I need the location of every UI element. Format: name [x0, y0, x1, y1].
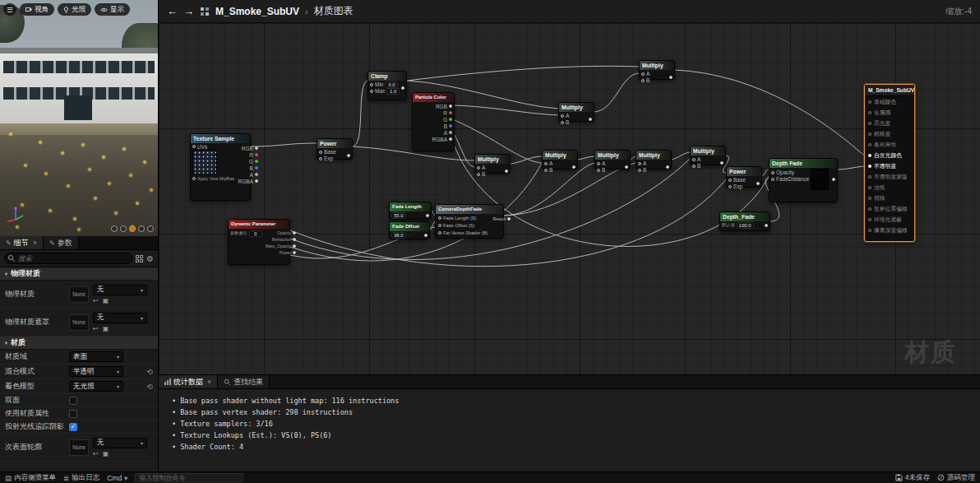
- input-pin[interactable]: [868, 175, 871, 179]
- output-pin-rgba[interactable]: [255, 179, 258, 183]
- input-pin-b[interactable]: [641, 79, 645, 82]
- input-pin-uvs[interactable]: [192, 145, 196, 148]
- reset-to-default-icon[interactable]: ⟲: [146, 368, 153, 376]
- graph-node-texture-sample[interactable]: Texture Sample UVs Apply View MipBias RG…: [190, 133, 251, 201]
- input-pin[interactable]: [868, 207, 871, 211]
- output-pin-g[interactable]: [449, 118, 452, 121]
- preview-shape-plane[interactable]: [129, 225, 136, 232]
- input-pin-b[interactable]: [561, 121, 564, 124]
- result-input-ambient-occlusion[interactable]: 环境光遮蔽: [865, 214, 914, 225]
- console-command-input[interactable]: [135, 473, 243, 482]
- viewport-lit-button[interactable]: 光照: [58, 3, 91, 16]
- wire[interactable]: [672, 152, 690, 160]
- input-pin[interactable]: [868, 218, 871, 221]
- default-value[interactable]: 100.0: [737, 222, 754, 229]
- output-pin[interactable]: [424, 234, 428, 237]
- breadcrumb-asset-name[interactable]: M_Smoke_SubUV: [215, 6, 299, 17]
- cmd-dropdown[interactable]: Cmd ▾: [107, 474, 127, 482]
- asset-thumbnail[interactable]: None: [69, 314, 89, 331]
- graph-node-multiply-4[interactable]: Multiply AB: [542, 150, 578, 170]
- graph-node-power-1[interactable]: Power Base Exp: [317, 138, 353, 160]
- input-pin-b[interactable]: [638, 169, 641, 172]
- result-input-metallic[interactable]: 金属感: [865, 107, 914, 118]
- input-pin-b[interactable]: [544, 169, 548, 172]
- graph-node-camera-depth-fade[interactable]: CameraDepthFade Fade Length (S) Far Vert…: [435, 204, 504, 239]
- section-physical-material[interactable]: ▾ 物理材质: [0, 267, 158, 281]
- blend-mode-dropdown[interactable]: 半透明▾: [69, 366, 123, 377]
- viewport-menu-button[interactable]: ☰: [3, 3, 16, 16]
- result-input-emissive-color[interactable]: 自发光颜色: [865, 150, 914, 160]
- input-pin[interactable]: [868, 111, 871, 114]
- output-pin-g[interactable]: [255, 160, 258, 163]
- wire[interactable]: [353, 81, 368, 146]
- input-pin-max[interactable]: [370, 90, 373, 93]
- wire[interactable]: [675, 70, 864, 156]
- output-pin-param1[interactable]: [293, 231, 296, 235]
- wire[interactable]: [251, 143, 317, 146]
- input-pin[interactable]: [868, 154, 871, 157]
- output-pin-b[interactable]: [255, 166, 258, 170]
- input-pin-min[interactable]: [370, 83, 373, 86]
- input-pin[interactable]: [868, 186, 871, 189]
- output-pin[interactable]: [589, 118, 592, 121]
- graph-node-material-result[interactable]: M_Smoke_SubUV 基础颜色 金属感 高光度 粗糙度 各向异性 自发光颜…: [864, 84, 915, 242]
- asset-dropdown[interactable]: 无▾: [93, 313, 147, 323]
- graph-node-depth-fade-param[interactable]: Depth_Fade 默认值100.0: [719, 211, 770, 231]
- graph-node-multiply-7[interactable]: Multiply AB: [690, 146, 726, 165]
- result-input-anisotropy[interactable]: 各向异性: [865, 139, 914, 150]
- input-pin-exp[interactable]: [728, 185, 732, 188]
- preview-shape-mesh[interactable]: [147, 225, 154, 232]
- input-pin-b[interactable]: [477, 173, 480, 176]
- input-pin-exp[interactable]: [319, 157, 322, 160]
- graph-node-multiply-1[interactable]: Multiply AB: [639, 60, 675, 80]
- graph-node-multiply-2[interactable]: Multiply AB: [558, 102, 594, 122]
- browse-asset-icon[interactable]: ▣: [103, 297, 109, 304]
- input-pin[interactable]: [868, 229, 871, 232]
- graph-node-multiply-5[interactable]: Multiply AB: [594, 150, 631, 170]
- input-pin-base[interactable]: [728, 179, 732, 182]
- filter-grid-icon[interactable]: [136, 255, 143, 262]
- preview-shape-sphere[interactable]: [120, 225, 127, 232]
- graph-node-depth-fade[interactable]: Depth Fade Opacity FadeDistance: [769, 158, 838, 202]
- output-pin-result[interactable]: [507, 217, 511, 221]
- graph-node-particle-color[interactable]: Particle Color RGB R G B A RGBA: [412, 92, 455, 151]
- result-input-world-position-offset[interactable]: 世界位置偏移: [865, 203, 914, 214]
- wire[interactable]: [290, 179, 726, 267]
- back-button[interactable]: ←: [167, 5, 178, 17]
- input-pin-fade-length[interactable]: [438, 216, 441, 220]
- input-pin-a[interactable]: [561, 114, 564, 118]
- result-input-base-color[interactable]: 基础颜色: [865, 96, 914, 107]
- tab-find-results[interactable]: 查找结果: [218, 375, 270, 388]
- input-pin[interactable]: [868, 165, 871, 168]
- input-pin-a[interactable]: [638, 162, 641, 165]
- output-pin-rgba[interactable]: [449, 137, 452, 141]
- preview-shape-cylinder[interactable]: [111, 225, 118, 232]
- input-pin[interactable]: [868, 132, 871, 136]
- input-pin-base[interactable]: [319, 151, 322, 154]
- wire[interactable]: [407, 66, 639, 81]
- breadcrumb-graph-name[interactable]: 材质图表: [314, 4, 354, 18]
- output-pin[interactable]: [669, 76, 673, 79]
- material-graph-canvas[interactable]: Texture Sample UVs Apply View MipBias RG…: [159, 23, 980, 374]
- shading-model-dropdown[interactable]: 无光照▾: [69, 381, 123, 392]
- output-pin[interactable]: [765, 224, 768, 227]
- param-index-value[interactable]: 0: [249, 230, 262, 237]
- input-pin-fade-offset[interactable]: [438, 224, 441, 227]
- material-domain-dropdown[interactable]: 表面▾: [69, 351, 123, 362]
- two-sided-checkbox[interactable]: [69, 397, 77, 405]
- input-pin-a[interactable]: [692, 158, 696, 161]
- asset-thumbnail[interactable]: None: [69, 286, 89, 303]
- output-pin-param3[interactable]: [293, 244, 296, 248]
- tab-parameters[interactable]: ✎ 参数: [44, 236, 79, 249]
- wire[interactable]: [594, 73, 639, 112]
- graph-node-fade-length-param[interactable]: Fade Length 55.0: [389, 202, 432, 220]
- graph-node-multiply-3[interactable]: Multiply AB: [474, 154, 511, 174]
- output-pin[interactable]: [505, 170, 508, 173]
- browse-asset-icon[interactable]: ▣: [103, 325, 109, 332]
- input-pin[interactable]: [868, 122, 871, 125]
- result-input-opacity-mask[interactable]: 不透明度蒙版: [865, 171, 914, 182]
- input-pin[interactable]: [868, 100, 871, 104]
- input-pin[interactable]: [868, 197, 871, 200]
- wire[interactable]: [762, 170, 769, 176]
- output-pin[interactable]: [720, 161, 723, 165]
